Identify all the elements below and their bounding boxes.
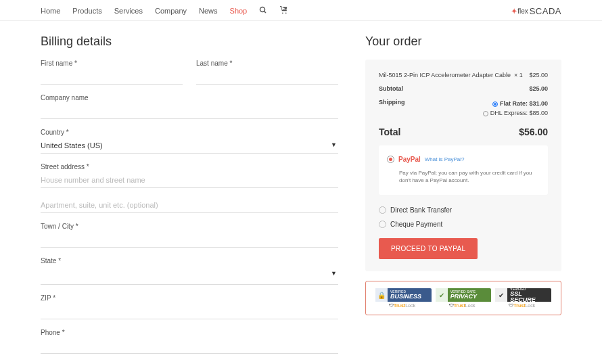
first-name-label: First name * — [41, 60, 183, 67]
nav-news[interactable]: News — [199, 7, 218, 15]
badge-ssl: ✔ VERIFIEDSSL SECURE 🛡TrustLock — [495, 288, 551, 308]
radio-selected-icon — [492, 101, 498, 107]
street-label: Street address * — [41, 163, 338, 170]
order-heading: Your order — [365, 35, 561, 49]
badge-privacy: ✔ VERIFIED SAFEPRIVACY 🛡TrustLock — [436, 288, 492, 308]
subtotal-value: $25.00 — [529, 85, 548, 92]
chevron-down-icon: ▼ — [331, 270, 337, 277]
cart-icon[interactable] — [279, 5, 288, 16]
checkmark-icon: ✔ — [499, 292, 504, 299]
svg-point-3 — [285, 13, 287, 14]
nav-links: Home Products Services Company News Shop — [41, 5, 288, 16]
last-name-label: Last name * — [196, 60, 338, 67]
paypal-whatis-link[interactable]: What is PayPal? — [425, 156, 465, 162]
radio-icon — [483, 111, 488, 116]
logo-mark-icon: ✦ — [511, 7, 516, 15]
payment-paypal[interactable]: PayPal What is PayPal? — [387, 152, 540, 166]
street-input[interactable] — [41, 173, 338, 188]
first-name-input[interactable] — [41, 69, 183, 85]
nav-products[interactable]: Products — [72, 7, 101, 15]
brand-logo[interactable]: ✦ flexSCADA — [511, 6, 561, 16]
order-item-price: $25.00 — [529, 72, 548, 78]
checkmark-icon: ✔ — [439, 292, 444, 299]
subtotal-label: Subtotal — [379, 85, 403, 92]
order-summary: Mil-5015 2-Pin ICP Accelerometer Adapter… — [365, 60, 561, 271]
svg-point-2 — [282, 13, 283, 14]
last-name-input[interactable] — [196, 69, 338, 85]
lock-icon: 🔒 — [377, 292, 386, 299]
payment-methods: PayPal What is PayPal? Pay via PayPal; y… — [379, 145, 548, 195]
search-icon[interactable] — [259, 6, 267, 16]
nav-home[interactable]: Home — [41, 7, 60, 15]
shipping-label: Shipping — [379, 99, 405, 118]
town-input[interactable] — [41, 232, 338, 248]
zip-label: ZIP * — [41, 294, 338, 302]
country-label: Country * — [41, 129, 338, 136]
billing-heading: Billing details — [41, 35, 338, 49]
order-item-name: Mil-5015 2-Pin ICP Accelerometer Adapter… — [379, 72, 523, 78]
total-label: Total — [379, 127, 400, 137]
street2-input[interactable] — [41, 198, 338, 213]
nav-services[interactable]: Services — [114, 7, 143, 15]
town-label: Town / City * — [41, 223, 338, 230]
state-select[interactable]: ▼ — [41, 267, 338, 285]
shield-icon: 🛡 — [449, 303, 454, 308]
company-label: Company name — [41, 94, 338, 101]
nav-company[interactable]: Company — [155, 7, 187, 15]
svg-point-0 — [260, 7, 265, 12]
chevron-down-icon: ▼ — [331, 141, 337, 148]
radio-selected-icon — [387, 156, 394, 163]
trust-badges: 🔒 VERIFIEDBUSINESS 🛡TrustLock ✔ VERIFIED… — [365, 281, 561, 315]
proceed-button[interactable]: PROCEED TO PAYPAL — [379, 238, 478, 259]
billing-form: Billing details First name * Last name *… — [41, 35, 338, 364]
shield-icon: 🛡 — [389, 303, 394, 308]
shipping-opt-dhl[interactable]: DHL Express: $85.00 — [483, 108, 548, 118]
nav-shop[interactable]: Shop — [230, 7, 248, 15]
badge-business: 🔒 VERIFIEDBUSINESS 🛡TrustLock — [375, 288, 432, 308]
paypal-description: Pay via PayPal; you can pay with your cr… — [387, 166, 540, 188]
zip-input[interactable] — [41, 304, 338, 319]
radio-icon — [379, 206, 386, 214]
phone-label: Phone * — [41, 329, 338, 336]
top-navbar: Home Products Services Company News Shop… — [0, 0, 602, 21]
svg-line-1 — [264, 11, 267, 13]
radio-icon — [379, 221, 386, 228]
shipping-opt-flat[interactable]: Flat Rate: $31.00 — [483, 99, 548, 108]
total-value: $56.00 — [519, 127, 548, 137]
payment-bank[interactable]: Direct Bank Transfer — [379, 203, 548, 217]
country-select[interactable]: United States (US) ▼ — [41, 138, 338, 154]
company-input[interactable] — [41, 104, 338, 119]
payment-cheque[interactable]: Cheque Payment — [379, 217, 548, 231]
state-label: State * — [41, 257, 338, 265]
phone-input[interactable] — [41, 338, 338, 354]
